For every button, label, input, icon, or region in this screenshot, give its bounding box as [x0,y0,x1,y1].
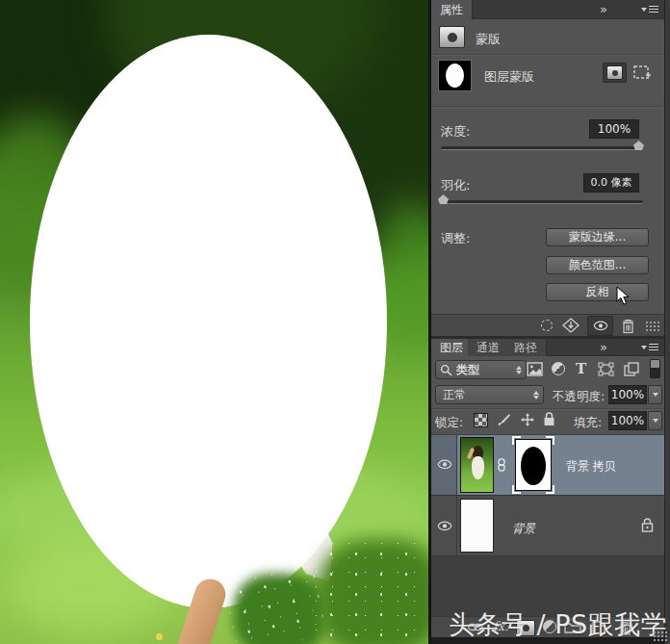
properties-mask-thumbnail[interactable] [438,60,472,91]
color-range-button[interactable]: 颜色范围... [546,256,649,274]
properties-bottombar [431,314,664,336]
add-vector-mask-button[interactable] [632,64,652,82]
filter-image-icon[interactable] [527,362,543,376]
panel-menu-icon[interactable] [641,6,658,13]
filter-toggle-switch[interactable] [650,359,660,378]
tab-channels[interactable]: 通道 [468,339,509,356]
right-edge-strip [664,0,670,644]
filter-shape-icon[interactable] [598,362,614,376]
density-value[interactable]: 100% [589,119,639,139]
select-arrows-icon [533,391,543,399]
document-canvas[interactable] [0,0,428,644]
divider [431,54,664,56]
filter-text-icon[interactable]: T [576,360,586,377]
layer-row-background-copy[interactable]: 背景 拷贝 [431,435,664,496]
layer-row-background[interactable]: 背景 [431,496,664,556]
adjustments-label: 调整: [441,230,470,247]
layer-mask-thumbnail-selected[interactable] [512,436,554,494]
feather-label: 羽化: [441,177,470,194]
divider [431,106,664,108]
panel-resize-grip[interactable] [645,321,660,332]
layer-image-thumbnail[interactable] [460,437,494,493]
photoshop-window: 属性 » 蒙版 图层蒙版 浓度: 100% 羽化: 0.0 像素 调整: 蒙版边… [0,0,670,644]
layer-name[interactable]: 背景 [512,521,535,537]
lock-all-icon[interactable] [543,412,555,426]
layer-image-thumbnail[interactable] [460,499,494,553]
mask-edge-button[interactable]: 蒙版边缘... [546,228,649,246]
density-slider[interactable] [441,146,643,150]
fill-dropdown-button[interactable] [648,411,662,430]
thumb-figure-dress [472,456,484,479]
tab-layers[interactable]: 图层 [431,339,473,356]
blend-mode-select[interactable]: 正常 [435,385,544,404]
layer-name[interactable]: 背景 拷贝 [566,458,616,475]
mask-thumb-ellipse [521,447,546,485]
filter-smartobject-icon[interactable] [624,362,639,376]
lock-label: 锁定: [435,415,463,431]
layers-tabbar: 图层 通道 路径 » [431,339,664,356]
window-resize-grip[interactable] [653,631,668,642]
eye-icon [593,321,608,331]
filter-type-select[interactable]: 类型 [435,360,527,379]
collapse-panel-icon[interactable]: » [600,340,606,354]
delete-mask-icon[interactable] [621,318,635,334]
mask-badge-icon [439,26,465,48]
feather-slider[interactable] [441,200,643,204]
mask-visibility-button[interactable] [587,316,613,336]
blend-mode-value: 正常 [443,387,466,403]
opacity-value[interactable]: 100% [608,385,647,404]
layer-mask-label: 图层蒙版 [484,68,534,86]
lock-transparency-icon[interactable] [474,413,488,427]
lock-position-icon[interactable] [520,412,535,427]
layer-lock-icon [641,518,654,532]
feather-value[interactable]: 0.0 像素 [583,173,639,193]
yellow-flower [156,633,163,640]
filter-type-value: 类型 [456,362,479,378]
opacity-dropdown-button[interactable] [648,385,662,404]
search-icon [440,364,452,376]
mask-link-icon[interactable] [497,458,506,472]
invert-button[interactable]: 反相 [546,283,649,301]
layer-visibility-eye-icon[interactable] [437,521,452,531]
mask-header-label: 蒙版 [476,31,501,48]
fill-value[interactable]: 100% [608,411,647,430]
opacity-label: 不透明度: [553,389,605,405]
mask-ellipse-overlay [30,35,387,608]
layer-visibility-eye-icon[interactable] [437,459,452,470]
plant-flowers [316,539,428,644]
mask-thumb-ellipse [446,64,464,88]
select-arrows-icon [516,366,526,374]
watermark-text: 头条号 / PS跟我学 [449,607,667,642]
fill-label: 填充: [574,415,602,431]
mask-thumb [515,439,552,491]
divider [431,408,664,410]
apply-mask-icon[interactable] [562,318,580,333]
load-selection-icon[interactable] [541,320,553,331]
tab-properties[interactable]: 属性 [431,0,473,19]
panel-menu-icon[interactable] [641,344,658,351]
lock-pixels-icon[interactable] [496,412,511,427]
collapse-panel-icon[interactable]: » [600,2,606,16]
density-label: 浓度: [441,123,470,141]
properties-tabbar: 属性 » [431,0,664,19]
select-pixel-mask-button[interactable] [603,63,627,83]
filter-adjustment-icon[interactable] [552,362,565,375]
mouse-cursor [616,286,631,306]
tab-paths[interactable]: 路径 [505,339,547,356]
pixel-mask-icon [606,65,623,80]
